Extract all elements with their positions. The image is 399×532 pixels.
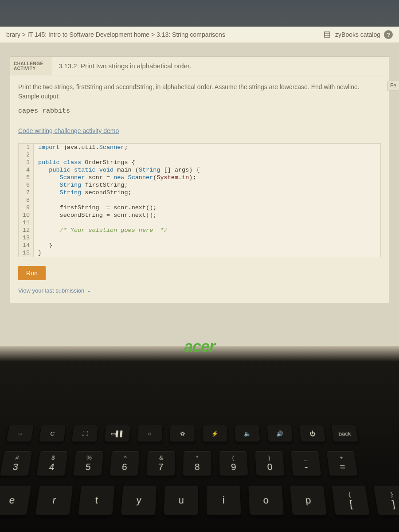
catalog-link[interactable]: zyBooks catalog ? — [323, 30, 393, 39]
code-row[interactable]: 12 /* Your solution goes here */ — [19, 227, 380, 234]
code-line[interactable] — [34, 219, 43, 227]
number-key[interactable]: += — [326, 451, 359, 476]
letter-key[interactable]: }] — [373, 485, 399, 516]
fn-key[interactable]: 🔈 — [235, 425, 261, 442]
letter-key[interactable]: i — [206, 485, 242, 516]
number-key[interactable]: (9 — [219, 451, 248, 476]
fn-key[interactable]: ⛶ — [71, 425, 98, 442]
letter-key[interactable]: e — [0, 485, 31, 516]
instruction-text: Print the two strings, firstString and s… — [18, 83, 360, 90]
line-number: 8 — [19, 196, 34, 204]
keyboard: →C⛶▭▌▌○✿⚡🔈🔊⏻back #3$4%5^6&7*8(9)0_-+= er… — [0, 417, 399, 532]
help-icon[interactable]: ? — [384, 30, 393, 39]
activity-card: CHALLENGE ACTIVITY 3.13.2: Print two str… — [10, 56, 389, 303]
line-number: 10 — [19, 211, 34, 219]
number-key[interactable]: &7 — [146, 451, 176, 476]
line-number: 9 — [19, 204, 34, 211]
code-row[interactable]: 2 — [19, 151, 380, 159]
number-key[interactable]: _- — [290, 451, 322, 476]
code-line[interactable]: secondString = scnr.next(); — [34, 211, 161, 219]
laptop-bezel: acer — [0, 332, 399, 361]
fn-key[interactable]: ○ — [137, 425, 163, 442]
line-number: 14 — [19, 242, 34, 249]
code-row[interactable]: 13 — [19, 234, 380, 242]
letter-key[interactable]: t — [78, 485, 115, 516]
code-line[interactable]: import java.util.Scanner; — [34, 144, 133, 151]
fn-key[interactable]: ⚡ — [202, 425, 228, 442]
activity-badge: CHALLENGE ACTIVITY — [10, 57, 52, 75]
line-number: 7 — [19, 189, 34, 196]
breadcrumb[interactable]: brary > IT 145: Intro to Software Develo… — [6, 31, 225, 38]
fn-key[interactable]: 🔊 — [266, 425, 293, 442]
code-row[interactable]: 5 Scanner scnr = new Scanner(System.in); — [19, 174, 380, 181]
code-line[interactable] — [34, 151, 43, 159]
code-row[interactable]: 11 — [19, 219, 380, 227]
code-row[interactable]: 4 public static void main (String [] arg… — [19, 166, 380, 174]
letter-key[interactable]: {[ — [331, 485, 370, 516]
code-line[interactable]: /* Your solution goes here */ — [34, 227, 172, 234]
laptop-brand-logo: acer — [184, 337, 215, 356]
code-row[interactable]: 8 — [19, 196, 380, 204]
backspace-key[interactable]: back — [331, 425, 358, 442]
catalog-icon — [323, 30, 332, 39]
badge-line2: ACTIVITY — [14, 66, 48, 71]
code-row[interactable]: 15} — [19, 249, 380, 257]
code-row[interactable]: 3public class OrderStrings { — [19, 159, 380, 166]
sample-output: capes rabbits — [10, 105, 389, 126]
number-key[interactable]: *8 — [183, 451, 212, 476]
number-key[interactable]: ^6 — [109, 451, 140, 476]
code-row[interactable]: 10 secondString = scnr.next(); — [19, 211, 380, 219]
code-line[interactable]: String secondString; — [34, 189, 136, 196]
view-submission-label: View your last submission — [18, 287, 84, 294]
fn-key[interactable]: C — [39, 425, 66, 442]
fn-key[interactable]: ▭▌▌ — [104, 425, 131, 442]
letter-key[interactable]: p — [289, 485, 327, 516]
badge-line1: CHALLENGE — [14, 61, 48, 66]
feedback-tab[interactable]: Fe — [387, 81, 399, 90]
fn-key[interactable]: ⏻ — [299, 425, 326, 442]
chevron-down-icon: ⌄ — [87, 288, 91, 293]
line-number: 15 — [19, 249, 34, 257]
number-key[interactable]: )0 — [254, 451, 285, 476]
line-number: 3 — [19, 159, 34, 166]
letter-key[interactable]: u — [164, 485, 199, 516]
code-line[interactable]: Scanner scnr = new Scanner(System.in); — [34, 174, 201, 181]
view-submission-link[interactable]: View your last submission ⌄ — [10, 285, 389, 303]
code-line[interactable]: firstString = scnr.next(); — [34, 204, 161, 211]
number-key[interactable]: #3 — [0, 451, 32, 476]
run-button[interactable]: Run — [18, 266, 46, 280]
instructions: Print the two strings, firstString and s… — [10, 75, 389, 105]
letter-key[interactable]: r — [35, 485, 73, 516]
line-number: 2 — [19, 151, 34, 159]
number-key[interactable]: $4 — [36, 451, 68, 476]
activity-title: 3.13.2: Print two strings in alphabetica… — [52, 57, 389, 75]
code-line[interactable]: String firstString; — [34, 181, 133, 189]
letter-key[interactable]: o — [248, 485, 284, 516]
code-line[interactable] — [34, 234, 43, 242]
sample-label: Sample output: — [18, 93, 60, 100]
catalog-label: zyBooks catalog — [335, 31, 380, 38]
line-number: 6 — [19, 181, 34, 189]
code-line[interactable] — [34, 196, 43, 204]
top-bar: brary > IT 145: Intro to Software Develo… — [0, 27, 399, 43]
code-line[interactable]: public class OrderStrings { — [34, 159, 140, 166]
number-key[interactable]: %5 — [73, 451, 104, 476]
code-line[interactable]: public static void main (String [] args)… — [34, 166, 204, 174]
fn-key[interactable]: → — [6, 425, 34, 442]
code-row[interactable]: 14 } — [19, 242, 380, 249]
code-row[interactable]: 9 firstString = scnr.next(); — [19, 204, 380, 211]
code-line[interactable]: } — [34, 242, 57, 249]
line-number: 4 — [19, 166, 34, 174]
code-row[interactable]: 7 String secondString; — [19, 189, 380, 196]
line-number: 5 — [19, 174, 34, 181]
line-number: 13 — [19, 234, 34, 242]
demo-link[interactable]: Code writing challenge activity demo — [18, 127, 119, 134]
code-line[interactable]: } — [34, 249, 46, 257]
svg-rect-0 — [325, 32, 330, 37]
code-row[interactable]: 1import java.util.Scanner; — [19, 144, 380, 151]
code-editor[interactable]: 1import java.util.Scanner;23public class… — [18, 143, 381, 257]
line-number: 12 — [19, 227, 34, 234]
letter-key[interactable]: y — [121, 485, 157, 516]
fn-key[interactable]: ✿ — [169, 425, 195, 442]
code-row[interactable]: 6 String firstString; — [19, 181, 380, 189]
